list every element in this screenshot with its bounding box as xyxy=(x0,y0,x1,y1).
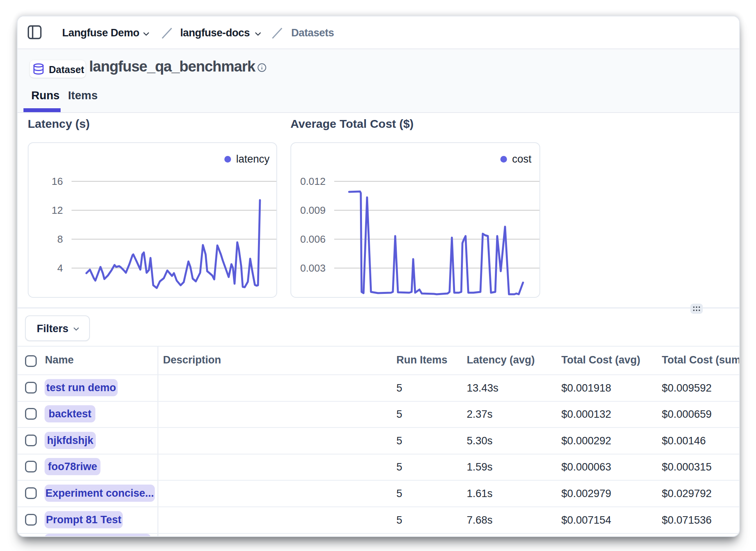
svg-text:0.009: 0.009 xyxy=(300,204,326,216)
svg-text:0.006: 0.006 xyxy=(300,233,326,245)
svg-text:0.003: 0.003 xyxy=(300,262,326,274)
svg-text:12: 12 xyxy=(52,204,63,216)
svg-text:0.012: 0.012 xyxy=(300,175,326,187)
svg-text:8: 8 xyxy=(57,233,63,245)
svg-text:16: 16 xyxy=(52,175,63,187)
svg-text:4: 4 xyxy=(57,262,63,274)
